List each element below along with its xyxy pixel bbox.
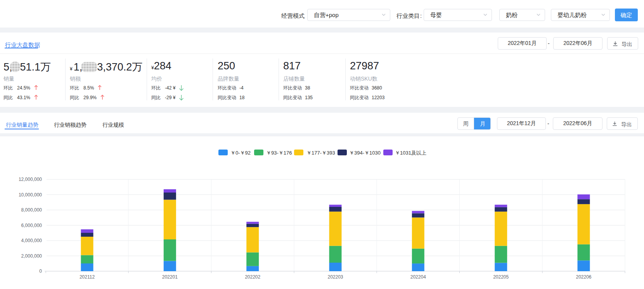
svg-text:202202: 202202 <box>245 274 260 280</box>
svg-text:202205: 202205 <box>493 274 509 280</box>
svg-text:202201: 202201 <box>162 274 178 280</box>
svg-text:6,000,000: 6,000,000 <box>21 223 42 228</box>
svg-text:202206: 202206 <box>576 274 591 280</box>
svg-text:￥1031及以上: ￥1031及以上 <box>395 150 426 156</box>
svg-text:￥394-￥1030: ￥394-￥1030 <box>349 150 381 156</box>
svg-text:0: 0 <box>39 268 42 274</box>
svg-text:12,000,000: 12,000,000 <box>19 177 42 182</box>
svg-text:4,000,000: 4,000,000 <box>21 238 42 243</box>
svg-text:￥93-￥176: ￥93-￥176 <box>266 150 292 156</box>
svg-text:8,000,000: 8,000,000 <box>21 207 42 213</box>
svg-text:202112: 202112 <box>80 274 95 280</box>
svg-text:10,000,000: 10,000,000 <box>19 192 42 198</box>
svg-text:￥0-￥92: ￥0-￥92 <box>230 150 251 156</box>
svg-text:202203: 202203 <box>327 274 343 280</box>
svg-text:202204: 202204 <box>410 274 426 280</box>
svg-text:￥177-￥393: ￥177-￥393 <box>306 150 335 156</box>
svg-text:2,000,000: 2,000,000 <box>21 253 42 259</box>
